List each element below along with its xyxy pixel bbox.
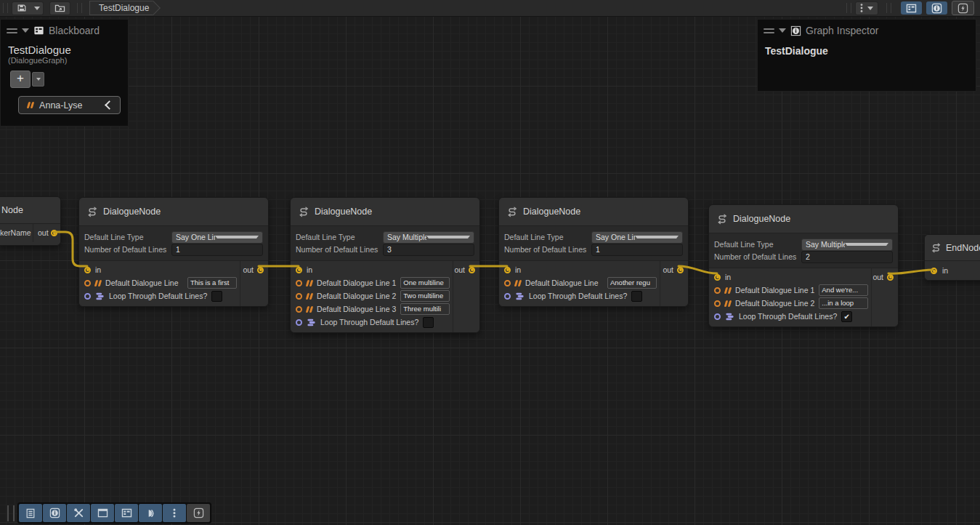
dialogue-node-3[interactable]: DialogueNode Default Line Type Say One L… bbox=[498, 197, 689, 307]
dialogue-line-input[interactable]: This is a first bbox=[187, 277, 237, 289]
out-port-label: out bbox=[243, 265, 254, 274]
string-port[interactable] bbox=[296, 280, 302, 286]
bool-port[interactable] bbox=[714, 313, 721, 320]
in-port[interactable] bbox=[714, 274, 721, 281]
loop-label: Loop Through Default Lines? bbox=[739, 312, 837, 321]
in-port[interactable] bbox=[296, 267, 302, 273]
toolbar-separator bbox=[846, 3, 851, 13]
in-port[interactable] bbox=[84, 267, 91, 273]
string-port[interactable] bbox=[296, 293, 302, 300]
out-port[interactable] bbox=[469, 267, 475, 273]
dialogue-line-input[interactable]: One multiline bbox=[400, 277, 450, 289]
loop-checkbox[interactable] bbox=[423, 317, 434, 328]
spark-toggle-button[interactable] bbox=[952, 1, 974, 15]
open-asset-icon bbox=[54, 4, 65, 13]
line-type-label: Default Line Type bbox=[296, 233, 383, 241]
more-options-button[interactable] bbox=[163, 504, 186, 522]
bool-port[interactable] bbox=[296, 319, 302, 326]
string-port[interactable] bbox=[504, 280, 511, 286]
options-menu-button[interactable] bbox=[855, 1, 878, 15]
signal-button[interactable] bbox=[139, 504, 162, 522]
node-title: EndNode bbox=[946, 243, 980, 253]
collapse-caret-icon[interactable] bbox=[779, 28, 786, 33]
loop-icon bbox=[725, 312, 734, 321]
num-lines-input[interactable]: 1 bbox=[171, 244, 263, 256]
blackboard-add-row: + bbox=[1, 65, 128, 88]
scriptable-object-icon bbox=[298, 206, 309, 217]
loop-checkbox[interactable] bbox=[211, 291, 222, 302]
toolbar-drag-handle[interactable] bbox=[7, 505, 15, 521]
num-lines-input[interactable]: 3 bbox=[383, 244, 474, 256]
output-ports: out bbox=[240, 261, 268, 306]
loop-label: Loop Through Default Lines? bbox=[320, 318, 418, 326]
dialogue-line-input[interactable]: Three multili bbox=[400, 303, 450, 315]
save-button[interactable] bbox=[12, 1, 32, 15]
breadcrumb-tab[interactable]: TestDialogue bbox=[89, 1, 153, 15]
drag-handle-icon[interactable] bbox=[764, 28, 774, 33]
graph-inspector-panel: Graph Inspector TestDialogue bbox=[757, 19, 976, 92]
dialogue-line-input[interactable]: And we're... bbox=[819, 284, 868, 296]
line-type-dropdown[interactable]: Say Multiple Lines bbox=[383, 231, 474, 244]
line-type-dropdown[interactable]: Say One Line bbox=[171, 231, 263, 244]
dialogue-line-label: Default Dialogue Line bbox=[105, 278, 178, 287]
out-port[interactable] bbox=[51, 230, 57, 236]
info-button[interactable] bbox=[43, 504, 66, 522]
string-port[interactable] bbox=[84, 280, 91, 286]
input-ports: in Default Dialogue Line This is a first… bbox=[79, 261, 240, 306]
blackboard-graph-type: (DialogueGraph) bbox=[1, 56, 128, 65]
out-port-label: out bbox=[663, 265, 673, 274]
string-port[interactable] bbox=[714, 287, 721, 294]
bool-port[interactable] bbox=[504, 293, 511, 300]
end-node-partial[interactable]: EndNode in bbox=[924, 234, 980, 281]
console-button[interactable] bbox=[19, 504, 42, 522]
spark-button[interactable] bbox=[187, 504, 210, 522]
drag-handle-icon[interactable] bbox=[7, 28, 17, 33]
blackboard-toggle-button[interactable] bbox=[901, 1, 922, 15]
in-port[interactable] bbox=[931, 268, 937, 274]
bool-port[interactable] bbox=[84, 293, 91, 300]
breadcrumb-label: TestDialogue bbox=[99, 3, 149, 13]
add-property-button[interactable]: + bbox=[10, 71, 31, 88]
loop-checkbox[interactable]: ✔ bbox=[841, 311, 852, 322]
dialogue-node-4[interactable]: DialogueNode Default Line Type Say Multi… bbox=[708, 204, 899, 327]
dialogue-line-input[interactable]: ...in a loop bbox=[819, 297, 868, 309]
node-fields: Default Line Type Say Multiple Lines Num… bbox=[709, 233, 898, 268]
dialogue-node-2[interactable]: DialogueNode Default Line Type Say Multi… bbox=[290, 197, 480, 333]
blackboard-button[interactable] bbox=[115, 504, 138, 522]
line-type-dropdown[interactable]: Say One Line bbox=[591, 231, 683, 244]
line-type-dropdown[interactable]: Say Multiple Lines bbox=[801, 239, 893, 251]
node-title: DialogueNode bbox=[523, 207, 580, 217]
collapse-caret-icon[interactable] bbox=[22, 28, 29, 33]
out-port[interactable] bbox=[677, 267, 684, 273]
input-ports: in Default Dialogue Line 1 And we're... … bbox=[709, 268, 871, 326]
chevron-left-icon[interactable] bbox=[105, 100, 114, 110]
inspector-toggle-button[interactable] bbox=[926, 1, 947, 15]
loop-checkbox[interactable] bbox=[631, 291, 642, 302]
window-button[interactable] bbox=[91, 504, 114, 522]
input-ports: in Default Dialogue Line Another regu Lo… bbox=[499, 261, 660, 306]
speaker-node-partial[interactable]: Node kerName out bbox=[0, 196, 61, 246]
save-dropdown-button[interactable] bbox=[31, 1, 44, 15]
dialogue-line-input[interactable]: Another regu bbox=[607, 277, 657, 289]
scriptable-object-icon bbox=[716, 213, 728, 225]
open-asset-button[interactable] bbox=[49, 1, 70, 15]
in-port[interactable] bbox=[504, 267, 511, 273]
tools-button[interactable] bbox=[67, 504, 90, 522]
blackboard-field-anna-lyse[interactable]: Anna-Lyse bbox=[18, 96, 121, 114]
dialogue-line-input[interactable]: Two multiline bbox=[400, 290, 450, 302]
loop-icon bbox=[515, 292, 525, 301]
node-header: DialogueNode bbox=[709, 205, 898, 233]
string-port[interactable] bbox=[714, 300, 721, 307]
num-lines-input[interactable]: 1 bbox=[591, 244, 683, 256]
out-port[interactable] bbox=[887, 274, 894, 281]
loop-label: Loop Through Default Lines? bbox=[529, 292, 627, 300]
out-port[interactable] bbox=[257, 267, 264, 273]
line-type-value: Say One Line bbox=[596, 233, 635, 241]
num-lines-input[interactable]: 2 bbox=[801, 251, 893, 263]
dialogue-line-label: Default Dialogue Line 1 bbox=[735, 286, 814, 294]
line-type-label: Default Line Type bbox=[504, 233, 591, 241]
dialogue-node-1[interactable]: DialogueNode Default Line Type Say One L… bbox=[78, 197, 269, 307]
string-port[interactable] bbox=[296, 306, 302, 313]
dropdown-caret-icon bbox=[215, 236, 259, 239]
add-property-dropdown-button[interactable] bbox=[32, 72, 44, 87]
